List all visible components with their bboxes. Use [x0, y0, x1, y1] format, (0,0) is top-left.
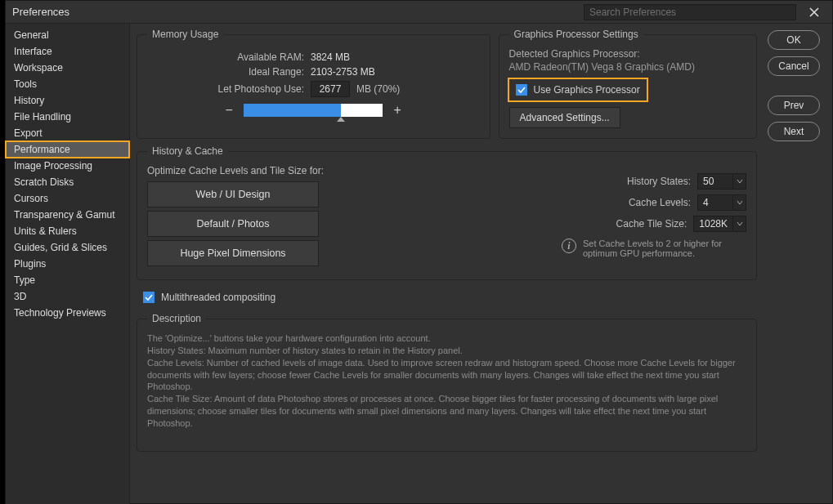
sidebar-item-interface[interactable]: Interface: [6, 43, 129, 60]
ideal-range-label: Ideal Range:: [147, 66, 311, 78]
advanced-settings-button[interactable]: Advanced Settings...: [509, 107, 620, 128]
optimize-label: Optimize Cache Levels and Tile Size for:: [147, 165, 324, 176]
sidebar-item-export[interactable]: Export: [6, 125, 129, 141]
ideal-range-value: 2103-2753 MB: [311, 66, 376, 78]
preset-button-web-ui-design[interactable]: Web / UI Design: [147, 181, 319, 207]
sidebar-item-units-rulers[interactable]: Units & Rulers: [6, 223, 129, 239]
sidebar: GeneralInterfaceWorkspaceToolsHistoryFil…: [6, 24, 130, 504]
gpu-settings-legend: Graphics Processor Settings: [509, 29, 643, 40]
cache-tile-size-select[interactable]: 1028K: [693, 216, 746, 232]
multithreaded-checkbox[interactable]: [143, 292, 155, 303]
sidebar-item-technology-previews[interactable]: Technology Previews: [6, 305, 129, 321]
description-line: Cache Levels: Number of cached levels of…: [147, 357, 746, 394]
sidebar-item-3d[interactable]: 3D: [6, 288, 129, 305]
sidebar-item-cursors[interactable]: Cursors: [6, 190, 129, 207]
history-states-select[interactable]: 50: [697, 173, 746, 190]
chevron-down-icon: [732, 174, 746, 189]
sidebar-item-workspace[interactable]: Workspace: [6, 60, 129, 76]
checkmark-icon: [517, 86, 526, 94]
minus-icon: −: [226, 103, 233, 118]
use-gpu-label: Use Graphics Processor: [534, 84, 640, 96]
description-line: The 'Optimize...' buttons take your hard…: [147, 332, 746, 345]
sidebar-item-history[interactable]: History: [6, 92, 129, 109]
sidebar-item-guides-grid-slices[interactable]: Guides, Grid & Slices: [6, 239, 129, 256]
memory-usage-group: Memory Usage Available RAM: 3824 MB Idea…: [137, 29, 490, 139]
memory-decrease-button[interactable]: −: [221, 102, 237, 118]
description-legend: Description: [147, 313, 206, 324]
history-cache-group: History & Cache Optimize Cache Levels an…: [137, 145, 757, 280]
sidebar-item-image-processing[interactable]: Image Processing: [6, 158, 129, 174]
cache-tile-size-value: 1028K: [694, 218, 732, 230]
close-button[interactable]: [803, 4, 826, 20]
sidebar-item-plugins[interactable]: Plugins: [6, 256, 129, 272]
sidebar-item-scratch-disks[interactable]: Scratch Disks: [6, 174, 129, 190]
description-text: The 'Optimize...' buttons take your hard…: [147, 332, 746, 430]
description-group: Description The 'Optimize...' buttons ta…: [137, 313, 757, 452]
cache-levels-value: 4: [698, 197, 732, 208]
chevron-down-icon: [732, 216, 746, 231]
cache-hint-text: Set Cache Levels to 2 or higher for opti…: [583, 239, 746, 258]
checkmark-icon: [145, 293, 153, 301]
titlebar: Preferences: [6, 1, 832, 24]
next-button[interactable]: Next: [768, 122, 820, 141]
memory-slider-thumb[interactable]: [337, 117, 345, 122]
preferences-dialog: Preferences GeneralInterfaceWorkspaceToo…: [5, 0, 833, 504]
ok-button[interactable]: OK: [768, 30, 820, 50]
description-line: Cache Tile Size: Amount of data Photosho…: [147, 393, 746, 430]
memory-increase-button[interactable]: +: [389, 102, 405, 118]
sidebar-item-file-handling[interactable]: File Handling: [6, 109, 129, 125]
memory-use-suffix: MB (70%): [356, 83, 400, 95]
available-ram-label: Available RAM:: [147, 51, 311, 63]
cancel-button[interactable]: Cancel: [768, 56, 820, 76]
preset-button-default-photos[interactable]: Default / Photos: [147, 211, 319, 237]
history-cache-legend: History & Cache: [147, 145, 228, 157]
chevron-down-icon: [732, 195, 746, 210]
sidebar-item-general[interactable]: General: [6, 27, 129, 43]
sidebar-item-type[interactable]: Type: [6, 272, 129, 288]
close-icon: [808, 7, 820, 18]
multithreaded-row[interactable]: Multithreaded compositing: [137, 287, 757, 308]
multithreaded-label: Multithreaded compositing: [161, 292, 275, 303]
gpu-settings-group: Graphics Processor Settings Detected Gra…: [499, 29, 757, 139]
dialog-buttons: OK Cancel Prev Next: [764, 24, 832, 504]
memory-slider[interactable]: [244, 104, 383, 117]
memory-use-input[interactable]: [311, 81, 350, 97]
history-states-value: 50: [698, 176, 732, 187]
cache-tile-size-label: Cache Tile Size:: [616, 218, 687, 230]
history-states-label: History States:: [627, 176, 691, 187]
use-gpu-row[interactable]: Use Graphics Processor: [509, 79, 647, 100]
main-panel: Memory Usage Available RAM: 3824 MB Idea…: [130, 24, 764, 504]
let-use-label: Let Photoshop Use:: [147, 83, 311, 95]
detected-gpu-value: AMD Radeon(TM) Vega 8 Graphics (AMD): [509, 61, 746, 73]
preset-button-huge-pixel-dimensions[interactable]: Huge Pixel Dimensions: [147, 240, 319, 266]
description-line: History States: Maximum number of histor…: [147, 345, 746, 357]
info-icon: i: [562, 239, 576, 253]
cache-levels-label: Cache Levels:: [629, 197, 691, 208]
search-input[interactable]: [584, 4, 796, 20]
plus-icon: +: [394, 103, 401, 118]
sidebar-item-performance[interactable]: Performance: [6, 141, 129, 158]
memory-slider-fill: [244, 104, 341, 117]
memory-usage-legend: Memory Usage: [147, 29, 223, 40]
cache-levels-select[interactable]: 4: [697, 194, 746, 211]
dialog-title: Preferences: [12, 6, 69, 18]
sidebar-item-transparency-gamut[interactable]: Transparency & Gamut: [6, 207, 129, 223]
detected-gpu-label: Detected Graphics Processor:: [509, 48, 746, 60]
prev-button[interactable]: Prev: [768, 96, 820, 115]
available-ram-value: 3824 MB: [311, 51, 376, 63]
sidebar-item-tools[interactable]: Tools: [6, 76, 129, 92]
use-gpu-checkbox[interactable]: [516, 84, 527, 96]
